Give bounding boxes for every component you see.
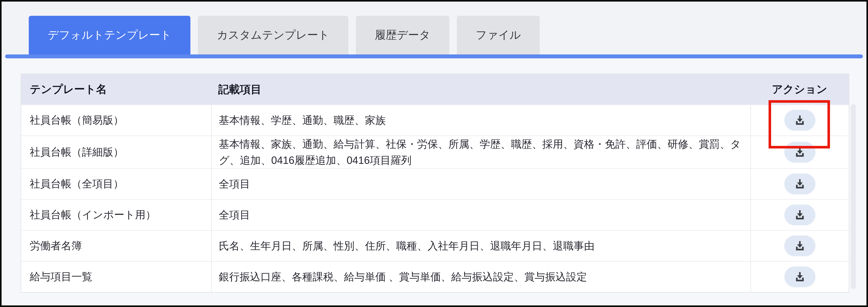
download-icon	[794, 146, 806, 159]
template-tab-strip: デフォルトテンプレート カスタムテンプレート 履歴データ ファイル	[29, 16, 540, 54]
column-header-template-name: テンプレート名	[21, 74, 211, 105]
download-button[interactable]	[784, 173, 815, 194]
template-name-cell: 労働者名簿	[21, 230, 211, 261]
fields-cell: 全項目	[211, 199, 750, 230]
template-name-cell: 社員台帳（簡易版）	[21, 105, 211, 136]
download-icon	[794, 240, 806, 252]
download-icon	[794, 208, 806, 221]
download-button[interactable]	[784, 142, 815, 163]
fields-cell: 基本情報、家族、通勤、給与計算、社保・労保、所属、学歴、職歴、採用、資格・免許、…	[211, 136, 750, 168]
fields-cell: 基本情報、学歴、通勤、職歴、家族	[211, 105, 750, 136]
action-cell	[750, 136, 849, 168]
download-icon	[794, 114, 806, 127]
tab-default-template[interactable]: デフォルトテンプレート	[29, 16, 190, 54]
app-window: デフォルトテンプレート カスタムテンプレート 履歴データ ファイル テンプレート…	[0, 0, 868, 307]
download-button[interactable]	[784, 204, 815, 225]
column-header-fields: 記載項目	[211, 74, 750, 105]
action-cell	[750, 105, 849, 136]
action-cell	[750, 230, 849, 261]
column-header-action: アクション	[750, 74, 849, 105]
template-name-cell: 社員台帳（詳細版）	[21, 136, 211, 168]
fields-cell: 銀行振込口座、各種課税、給与単価 、賞与単価、給与振込設定、賞与振込設定	[211, 261, 750, 292]
action-cell	[750, 261, 849, 292]
template-name-cell: 社員台帳（インポート用）	[21, 199, 211, 230]
action-cell	[750, 199, 849, 230]
download-button[interactable]	[784, 235, 815, 256]
fields-cell: 氏名、生年月日、所属、性別、住所、職種、入社年月日、退職年月日、退職事由	[211, 230, 750, 261]
vertical-scrollbar-thumb[interactable]	[851, 104, 856, 289]
download-icon	[794, 271, 806, 283]
tab-custom-template[interactable]: カスタムテンプレート	[198, 16, 348, 54]
template-table: テンプレート名 記載項目 アクション 社員台帳（簡易版） 基本情報、学歴、通勤、…	[21, 74, 849, 292]
download-button[interactable]	[784, 110, 815, 131]
content-panel: テンプレート名 記載項目 アクション 社員台帳（簡易版） 基本情報、学歴、通勤、…	[2, 58, 866, 305]
download-icon	[794, 178, 806, 190]
tab-file[interactable]: ファイル	[457, 16, 540, 54]
template-name-cell: 社員台帳（全項目）	[21, 168, 211, 199]
action-cell	[750, 168, 849, 199]
download-button[interactable]	[784, 267, 815, 287]
fields-cell: 全項目	[211, 168, 750, 199]
template-name-cell: 給与項目一覧	[21, 261, 211, 292]
tab-history-data[interactable]: 履歴データ	[356, 16, 450, 54]
active-tab-underline-bar	[5, 54, 863, 58]
